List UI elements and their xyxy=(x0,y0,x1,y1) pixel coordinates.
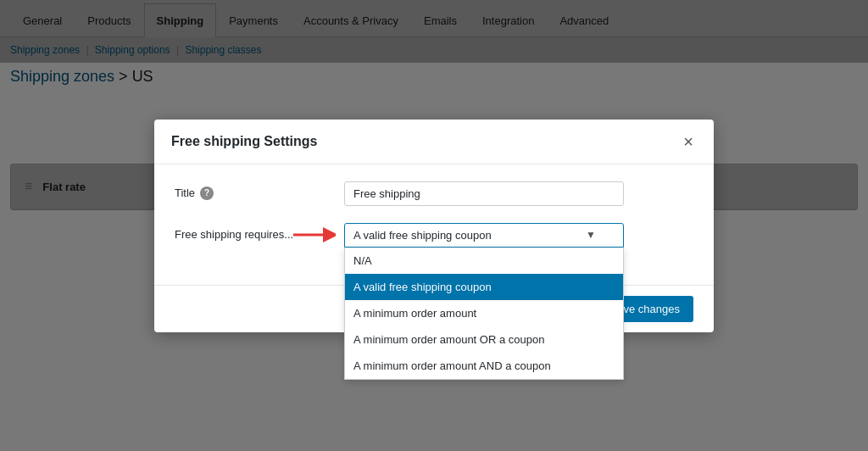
select-display[interactable]: A valid free shipping coupon ▼ xyxy=(344,223,624,248)
modal-close-button[interactable]: × xyxy=(680,133,697,150)
title-input[interactable] xyxy=(344,181,624,206)
page: GeneralProductsShippingPaymentsAccounts … xyxy=(0,0,868,451)
dropdown-list: N/A A valid free shipping coupon A minim… xyxy=(344,248,624,380)
option-na[interactable]: N/A xyxy=(345,248,623,274)
modal-body: Title ? Free shipping requires... xyxy=(154,164,714,285)
modal-header: Free shipping Settings × xyxy=(154,120,714,164)
arrow-indicator xyxy=(293,225,336,245)
modal-title: Free shipping Settings xyxy=(171,134,317,149)
title-help-icon[interactable]: ? xyxy=(200,187,214,200)
option-min-order[interactable]: A minimum order amount xyxy=(345,300,623,326)
option-min-order-and-coupon[interactable]: A minimum order amount AND a coupon xyxy=(345,353,623,379)
selected-option-text: A valid free shipping coupon xyxy=(353,229,492,242)
option-min-order-or-coupon[interactable]: A minimum order amount OR a coupon xyxy=(345,326,623,353)
chevron-down-icon: ▼ xyxy=(586,229,596,241)
title-input-wrap xyxy=(344,181,693,206)
title-form-row: Title ? xyxy=(175,181,693,206)
requires-select[interactable]: A valid free shipping coupon ▼ N/A A val… xyxy=(344,223,624,248)
modal-overlay: Free shipping Settings × Title ? xyxy=(0,0,868,451)
requires-form-row: Free shipping requires... xyxy=(175,223,693,248)
modal-dialog: Free shipping Settings × Title ? xyxy=(154,120,714,332)
requires-select-wrap: A valid free shipping coupon ▼ N/A A val… xyxy=(344,223,693,248)
title-label: Title ? xyxy=(175,181,344,200)
arrow-icon xyxy=(293,225,336,245)
option-coupon[interactable]: A valid free shipping coupon xyxy=(345,274,623,300)
